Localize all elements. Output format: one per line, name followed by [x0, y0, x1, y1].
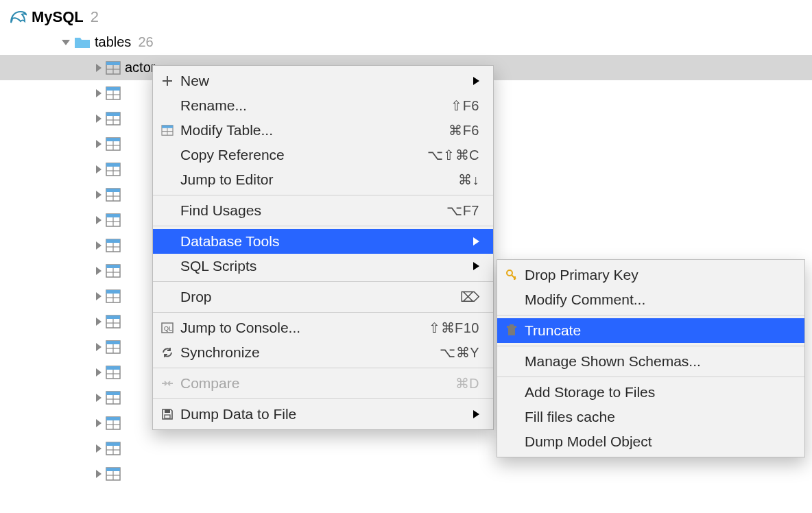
menu-label: Jump to Console... — [180, 320, 429, 336]
plus-icon — [160, 73, 175, 88]
trash-icon — [504, 323, 519, 338]
menu-label: Modify Table... — [180, 122, 449, 139]
expand-arrow-right-icon — [96, 419, 102, 427]
shortcut: ⌥⌘Y — [440, 344, 479, 361]
shortcut: ⇧⌘F10 — [429, 320, 479, 336]
menu-label: Add Storage to Files — [525, 384, 791, 401]
menu-modify-table[interactable]: Modify Table... ⌘F6 — [153, 118, 493, 143]
submenu-add-storage[interactable]: Add Storage to Files — [497, 380, 804, 405]
svg-text:QL: QL — [164, 325, 172, 332]
menu-label: Compare — [180, 375, 455, 392]
folder-label: tables — [95, 34, 131, 50]
expand-arrow-right-icon — [96, 368, 102, 377]
submenu-drop-pk[interactable]: Drop Primary Key — [497, 263, 804, 287]
expand-arrow-right-icon — [96, 140, 102, 148]
menu-label: New — [180, 73, 468, 89]
menu-jump-editor[interactable]: Jump to Editor ⌘↓ — [153, 167, 493, 192]
table-icon — [106, 137, 121, 151]
menu-separator — [153, 226, 493, 226]
submenu-fill-cache[interactable]: Fill files cache — [497, 405, 804, 429]
shortcut: ⌥F7 — [446, 202, 479, 219]
table-icon — [106, 86, 121, 100]
table-icon — [106, 416, 121, 430]
table-name: actor — [125, 60, 155, 75]
svg-rect-65 — [106, 468, 120, 471]
sync-icon — [160, 345, 175, 360]
expand-arrow-right-icon — [96, 165, 102, 174]
svg-rect-57 — [106, 417, 120, 420]
folder-icon — [74, 36, 91, 49]
expand-arrow-right-icon — [96, 267, 102, 275]
svg-rect-61 — [106, 442, 120, 446]
menu-separator — [497, 377, 804, 377]
svg-rect-74 — [165, 409, 170, 413]
svg-rect-69 — [162, 126, 173, 128]
menu-copy-reference[interactable]: Copy Reference ⌥⇧⌘C — [153, 143, 493, 167]
menu-compare: Compare ⌘D — [153, 371, 493, 396]
table-icon — [106, 61, 121, 75]
submenu-manage-schemas[interactable]: Manage Shown Schemas... — [497, 349, 804, 374]
svg-rect-79 — [510, 324, 514, 326]
table-icon — [106, 163, 121, 176]
db-count: 2 — [91, 8, 99, 26]
menu-label: Truncate — [525, 322, 791, 339]
table-icon — [106, 391, 121, 405]
svg-rect-17 — [106, 163, 120, 167]
menu-separator — [153, 195, 493, 195]
svg-rect-9 — [106, 112, 120, 116]
menu-label: Fill files cache — [525, 409, 791, 425]
console-icon: QL — [160, 320, 175, 335]
shortcut: ⌥⇧⌘C — [427, 147, 479, 163]
compare-icon — [160, 376, 175, 391]
submenu-truncate[interactable]: Truncate — [497, 318, 804, 343]
menu-rename[interactable]: Rename... ⇧F6 — [153, 93, 493, 118]
db-label: MySQL — [32, 8, 84, 26]
menu-label: SQL Scripts — [180, 258, 468, 274]
menu-sql-scripts[interactable]: SQL Scripts — [153, 254, 493, 278]
menu-label: Manage Shown Schemas... — [525, 353, 791, 370]
svg-rect-49 — [106, 366, 120, 370]
svg-rect-25 — [106, 214, 120, 217]
table-icon — [106, 340, 121, 354]
expand-arrow-right-icon — [96, 444, 102, 453]
menu-separator — [497, 315, 804, 315]
table-icon — [106, 239, 121, 252]
submenu-dump-model[interactable]: Dump Model Object — [497, 429, 804, 454]
menu-label: Modify Comment... — [525, 291, 791, 308]
menu-dump-data[interactable]: Dump Data to File — [153, 402, 493, 427]
menu-jump-console[interactable]: QL Jump to Console... ⇧⌘F10 — [153, 315, 493, 340]
submenu-modify-comment[interactable]: Modify Comment... — [497, 287, 804, 312]
svg-rect-75 — [165, 415, 170, 418]
menu-label: Rename... — [180, 97, 451, 114]
expand-arrow-right-icon — [96, 318, 102, 326]
table-node[interactable] — [0, 461, 812, 486]
table-icon — [106, 442, 121, 455]
menu-new[interactable]: New — [153, 69, 493, 93]
table-icon — [106, 188, 121, 202]
svg-rect-41 — [106, 315, 120, 319]
expand-arrow-right-icon — [96, 292, 102, 300]
menu-separator — [153, 281, 493, 282]
menu-label: Database Tools — [180, 233, 468, 250]
expand-arrow-right-icon — [96, 64, 102, 72]
save-icon — [160, 407, 175, 422]
menu-separator — [497, 346, 804, 346]
menu-drop[interactable]: Drop ⌦ — [153, 285, 493, 309]
menu-label: Jump to Editor — [180, 171, 458, 188]
tables-folder[interactable]: tables 26 — [0, 29, 812, 55]
menu-find-usages[interactable]: Find Usages ⌥F7 — [153, 198, 493, 223]
expand-arrow-right-icon — [96, 115, 102, 123]
svg-rect-77 — [508, 328, 515, 335]
menu-label: Copy Reference — [180, 147, 427, 163]
table-icon — [106, 213, 121, 227]
menu-separator — [153, 398, 493, 399]
svg-rect-33 — [106, 265, 120, 268]
table-icon — [106, 366, 121, 379]
mysql-dolphin-icon — [8, 9, 27, 25]
menu-database-tools[interactable]: Database Tools — [153, 229, 493, 254]
submenu-arrow-icon — [473, 237, 479, 246]
db-node[interactable]: MySQL 2 — [0, 4, 812, 29]
table-icon — [106, 264, 121, 278]
menu-synchronize[interactable]: Synchronize ⌥⌘Y — [153, 340, 493, 365]
expand-arrow-right-icon — [96, 216, 102, 224]
